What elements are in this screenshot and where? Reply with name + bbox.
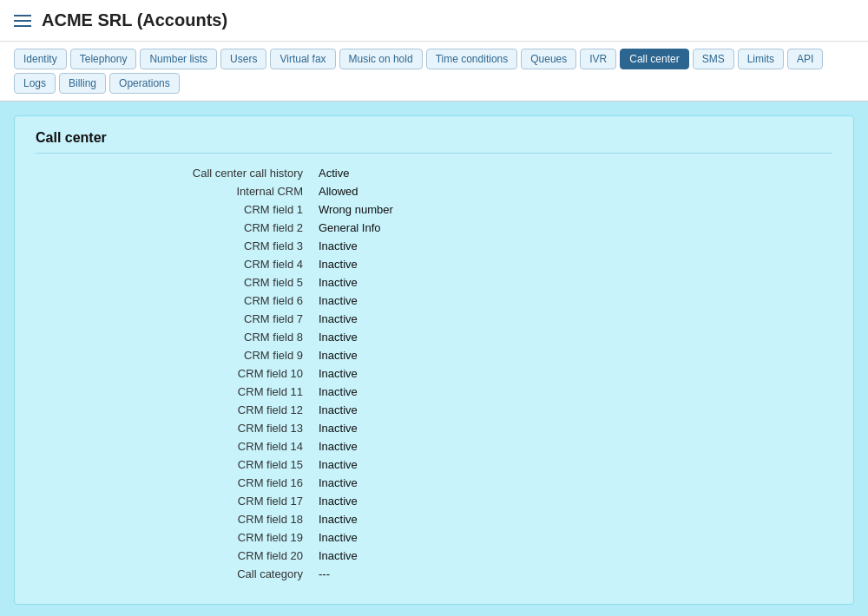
- field-label: CRM field 10: [36, 364, 313, 383]
- field-value: Inactive: [313, 474, 832, 492]
- field-label: CRM field 4: [36, 255, 313, 273]
- field-value: Allowed: [313, 182, 832, 200]
- tabs-bar: IdentityTelephonyNumber listsUsersVirtua…: [0, 42, 868, 102]
- info-table: Call center call historyActiveInternal C…: [36, 164, 832, 583]
- table-row: CRM field 11Inactive: [36, 383, 832, 401]
- table-row: CRM field 16Inactive: [36, 474, 832, 492]
- field-value: Inactive: [313, 492, 832, 510]
- field-label: CRM field 2: [36, 219, 313, 237]
- field-value: Inactive: [313, 310, 832, 328]
- field-value: Inactive: [313, 328, 832, 346]
- tab-operations[interactable]: Operations: [109, 73, 180, 94]
- tab-call-center[interactable]: Call center: [620, 49, 688, 69]
- field-value: ---: [313, 565, 832, 583]
- tab-limits[interactable]: Limits: [738, 49, 784, 69]
- field-label: CRM field 9: [36, 346, 313, 364]
- table-row: Call category---: [36, 565, 832, 583]
- tab-queues[interactable]: Queues: [521, 49, 576, 69]
- field-value: Inactive: [313, 292, 832, 310]
- tab-sms[interactable]: SMS: [693, 49, 734, 69]
- field-value: Inactive: [313, 401, 832, 419]
- table-row: Internal CRMAllowed: [36, 182, 832, 200]
- table-row: CRM field 7Inactive: [36, 310, 832, 328]
- field-label: CRM field 7: [36, 310, 313, 328]
- field-label: CRM field 5: [36, 273, 313, 292]
- field-label: CRM field 17: [36, 492, 313, 510]
- field-value: Active: [313, 164, 832, 182]
- field-label: CRM field 6: [36, 292, 313, 310]
- table-row: CRM field 8Inactive: [36, 328, 832, 346]
- field-label: CRM field 15: [36, 455, 313, 474]
- field-value: Inactive: [313, 255, 832, 273]
- table-row: CRM field 20Inactive: [36, 547, 832, 565]
- table-row: CRM field 18Inactive: [36, 510, 832, 528]
- tab-identity[interactable]: Identity: [14, 49, 67, 69]
- field-value: Inactive: [313, 528, 832, 547]
- table-row: CRM field 19Inactive: [36, 528, 832, 547]
- table-row: CRM field 1Wrong number: [36, 200, 832, 219]
- table-row: Call center call historyActive: [36, 164, 832, 182]
- field-value: Inactive: [313, 510, 832, 528]
- tab-billing[interactable]: Billing: [59, 73, 106, 94]
- page-header: ACME SRL (Accounts): [0, 0, 868, 42]
- field-value: General Info: [313, 219, 832, 237]
- field-label: Call center call history: [36, 164, 313, 182]
- field-label: CRM field 3: [36, 237, 313, 255]
- table-row: CRM field 3Inactive: [36, 237, 832, 255]
- table-row: CRM field 14Inactive: [36, 437, 832, 455]
- field-label: Call category: [36, 565, 313, 583]
- tab-ivr[interactable]: IVR: [580, 49, 616, 69]
- table-row: CRM field 10Inactive: [36, 364, 832, 383]
- table-row: CRM field 2General Info: [36, 219, 832, 237]
- field-label: CRM field 16: [36, 474, 313, 492]
- main-content: Call center Call center call historyActi…: [0, 102, 868, 616]
- tab-api[interactable]: API: [787, 49, 823, 69]
- tab-telephony[interactable]: Telephony: [70, 49, 137, 69]
- field-label: CRM field 18: [36, 510, 313, 528]
- field-label: CRM field 8: [36, 328, 313, 346]
- call-center-card: Call center Call center call historyActi…: [14, 115, 854, 605]
- field-value: Inactive: [313, 346, 832, 364]
- field-value: Inactive: [313, 273, 832, 292]
- field-label: CRM field 13: [36, 419, 313, 437]
- field-value: Inactive: [313, 383, 832, 401]
- field-label: CRM field 1: [36, 200, 313, 219]
- field-label: CRM field 12: [36, 401, 313, 419]
- field-value: Inactive: [313, 437, 832, 455]
- field-value: Inactive: [313, 419, 832, 437]
- tab-time-conditions[interactable]: Time conditions: [426, 49, 518, 69]
- table-row: CRM field 15Inactive: [36, 455, 832, 474]
- table-row: CRM field 12Inactive: [36, 401, 832, 419]
- field-label: CRM field 11: [36, 383, 313, 401]
- field-value: Inactive: [313, 237, 832, 255]
- field-value: Inactive: [313, 547, 832, 565]
- tab-logs[interactable]: Logs: [14, 73, 56, 94]
- field-value: Inactive: [313, 364, 832, 383]
- tab-users[interactable]: Users: [220, 49, 266, 69]
- table-row: CRM field 17Inactive: [36, 492, 832, 510]
- table-row: CRM field 4Inactive: [36, 255, 832, 273]
- table-row: CRM field 9Inactive: [36, 346, 832, 364]
- field-label: Internal CRM: [36, 182, 313, 200]
- tab-music-on-hold[interactable]: Music on hold: [339, 49, 423, 69]
- card-title: Call center: [36, 130, 832, 154]
- field-value: Inactive: [313, 455, 832, 474]
- field-label: CRM field 19: [36, 528, 313, 547]
- table-row: CRM field 5Inactive: [36, 273, 832, 292]
- table-row: CRM field 6Inactive: [36, 292, 832, 310]
- page-title: ACME SRL (Accounts): [42, 10, 227, 30]
- tab-number-lists[interactable]: Number lists: [140, 49, 217, 69]
- field-value: Wrong number: [313, 200, 832, 219]
- hamburger-icon[interactable]: [14, 15, 31, 27]
- table-row: CRM field 13Inactive: [36, 419, 832, 437]
- field-label: CRM field 20: [36, 547, 313, 565]
- field-label: CRM field 14: [36, 437, 313, 455]
- tab-virtual-fax[interactable]: Virtual fax: [270, 49, 335, 69]
